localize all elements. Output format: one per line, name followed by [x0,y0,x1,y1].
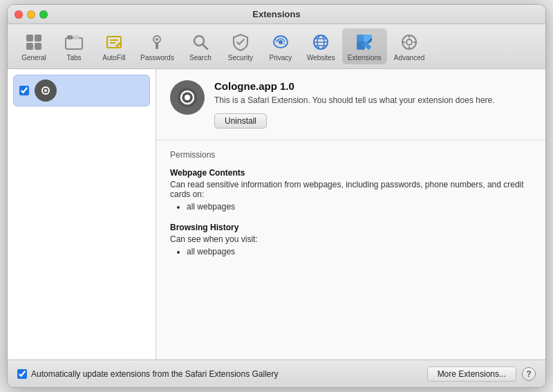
toolbar-item-extensions[interactable]: Extensions [342,28,387,64]
extension-item-icon [35,80,57,102]
svg-rect-22 [364,35,372,43]
toolbar-item-advanced[interactable]: Advanced [388,28,430,64]
webpage-contents-list: all webpages [170,202,532,212]
extension-description: This is a Safari Extension. You should t… [214,95,532,106]
footer-right: More Extensions... ? [427,366,536,382]
advanced-icon [398,31,420,53]
toolbar-item-passwords[interactable]: Passwords [135,28,180,64]
toolbar: General Tabs Au [8,24,545,69]
svg-rect-23 [357,41,365,50]
tabs-label: Tabs [66,54,81,62]
maximize-button[interactable] [39,10,48,19]
footer-left: Automatically update extensions from the… [17,369,279,379]
extension-checkbox[interactable] [19,86,29,95]
browsing-history-desc: Can see when you visit: [170,234,532,244]
webpage-contents-title: Webpage Contents [170,168,532,178]
advanced-label: Advanced [394,54,424,62]
toolbar-item-security[interactable]: Security [221,28,260,64]
permissions-title: Permissions [170,150,532,160]
autofill-label: AutoFill [102,54,125,62]
svg-rect-6 [73,35,79,39]
webpage-contents-item: all webpages [187,202,532,212]
websites-label: Websites [307,54,335,62]
websites-icon [310,31,332,53]
svg-rect-1 [35,35,41,41]
toolbar-item-tabs[interactable]: Tabs [55,28,93,64]
permission-group-browsing-history: Browsing History Can see when you visit:… [170,223,532,256]
content-area: Cologne.app 1.0 This is a Safari Extensi… [8,69,545,360]
title-bar-buttons [15,10,48,19]
search-label: Search [189,54,212,62]
extensions-label: Extensions [348,54,382,62]
uninstall-button[interactable]: Uninstall [214,113,267,129]
auto-update-label: Automatically update extensions from the… [31,369,279,379]
extension-list-item[interactable] [13,75,150,106]
permissions-section: Permissions Webpage Contents Can read se… [156,140,545,277]
detail-info: Cologne.app 1.0 This is a Safari Extensi… [214,80,532,129]
title-bar: Extensions [8,5,545,24]
search-icon [189,31,212,53]
extension-name: Cologne.app 1.0 [214,80,532,92]
sidebar [8,69,156,360]
svg-rect-2 [26,43,33,50]
auto-update-checkbox[interactable] [17,369,27,379]
close-button[interactable] [15,10,23,19]
detail-panel: Cologne.app 1.0 This is a Safari Extensi… [156,69,545,360]
toolbar-item-general[interactable]: General [15,28,53,64]
svg-point-32 [44,89,47,92]
toolbar-item-privacy[interactable]: Privacy [261,28,300,64]
svg-point-25 [406,39,412,45]
browsing-history-title: Browsing History [170,223,532,232]
svg-point-35 [185,95,190,100]
privacy-label: Privacy [270,54,292,62]
window-title: Extensions [252,9,300,19]
svg-line-14 [203,44,207,49]
svg-rect-5 [67,35,73,39]
svg-rect-11 [156,42,158,49]
toolbar-item-search[interactable]: Search [181,28,220,64]
svg-point-12 [156,38,158,41]
toolbar-item-websites[interactable]: Websites [301,28,341,64]
svg-rect-0 [26,35,33,41]
more-extensions-button[interactable]: More Extensions... [427,366,516,382]
passwords-icon [146,31,168,53]
passwords-label: Passwords [140,54,174,62]
security-icon [229,31,252,53]
general-icon [23,31,45,53]
webpage-contents-desc: Can read sensitive information from webp… [170,180,532,199]
autofill-icon [103,31,125,53]
help-button[interactable]: ? [522,367,536,381]
permission-group-webpage-contents: Webpage Contents Can read sensitive info… [170,168,532,212]
svg-rect-4 [66,38,82,49]
detail-header: Cologne.app 1.0 This is a Safari Extensi… [156,69,545,140]
extensions-icon [353,31,375,53]
minimize-button[interactable] [27,10,35,19]
browsing-history-list: all webpages [170,247,532,256]
security-label: Security [228,54,253,62]
privacy-icon [270,31,292,53]
preferences-window: Extensions General [7,4,546,388]
tabs-icon [63,31,85,53]
browsing-history-item: all webpages [187,247,532,256]
detail-extension-icon [170,80,205,115]
general-label: General [21,54,46,62]
footer: Automatically update extensions from the… [8,360,545,387]
svg-rect-3 [35,43,41,50]
toolbar-item-autofill[interactable]: AutoFill [95,28,133,64]
